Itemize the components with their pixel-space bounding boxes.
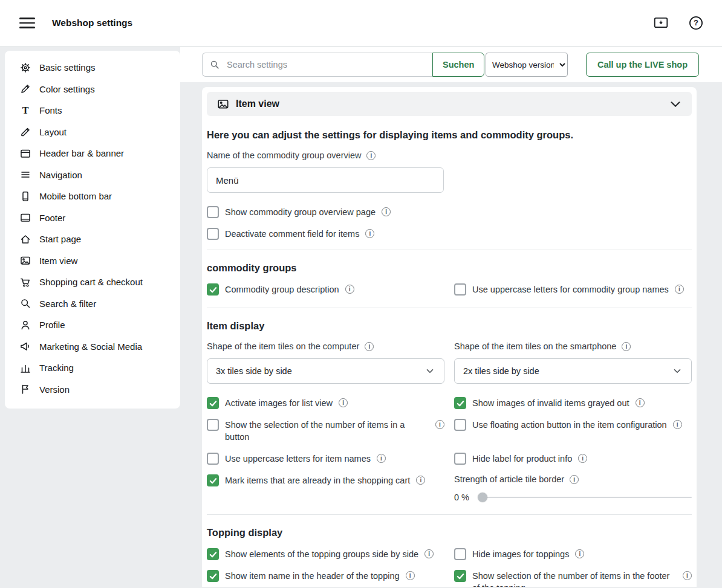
cart-icon [19, 276, 31, 288]
checkbox-row: Use uppercase letters for item names i [207, 453, 444, 465]
chevron-down-icon [668, 96, 683, 112]
checkbox[interactable] [207, 206, 219, 218]
checkbox-label: Commodity group description [225, 283, 339, 296]
sidebar-item-mobile-bottom-bar[interactable]: Mobile bottom bar [5, 186, 180, 207]
field-label: Shape of the item tiles on the computer [207, 341, 359, 351]
sidebar-item-version[interactable]: Version [5, 379, 180, 401]
help-circle-icon: ? [688, 15, 704, 31]
webshop-version-select[interactable]: Webshop version 2 [486, 53, 568, 77]
sidebar-item-label: Tracking [39, 363, 74, 373]
info-icon[interactable]: i [424, 549, 434, 558]
help-button[interactable]: ? [688, 15, 704, 31]
checkbox-label: Show selection of the number of items in… [472, 570, 677, 587]
sidebar-item-basic-settings[interactable]: Basic settings [5, 57, 180, 79]
item-display-grid: Activate images for list view i Show ima… [207, 397, 692, 512]
border-strength-slider[interactable] [478, 497, 692, 498]
tile-shape-selects: 3x tiles side by side 2x tiles side by s… [207, 358, 692, 397]
checkbox-label: Show item name in the header of the topp… [225, 570, 400, 582]
sidebar-item-navigation[interactable]: Navigation [5, 164, 180, 186]
info-icon[interactable]: i [675, 285, 684, 294]
checkbox[interactable] [454, 453, 466, 465]
sidebar-item-label: Layout [39, 127, 67, 137]
checkbox[interactable] [207, 474, 219, 486]
sidebar-item-fonts[interactable]: T Fonts [5, 100, 180, 121]
info-icon[interactable]: i [365, 229, 374, 238]
info-icon[interactable]: i [366, 151, 376, 160]
gear-icon [19, 62, 31, 74]
info-icon[interactable]: i [683, 571, 692, 580]
checkbox[interactable] [454, 397, 466, 409]
info-icon[interactable]: i [435, 420, 444, 429]
info-icon[interactable]: i [416, 476, 425, 485]
info-icon[interactable]: i [622, 342, 631, 351]
search-button[interactable]: Suchen [432, 53, 484, 77]
info-icon[interactable]: i [345, 285, 354, 294]
sidebar-item-footer[interactable]: Footer [5, 207, 180, 229]
checkbox-row: Deactivate comment field for items i [207, 228, 692, 240]
feedback-button[interactable] [653, 15, 669, 31]
svg-text:T: T [22, 105, 29, 115]
divider [207, 514, 692, 515]
top-bar: Webshop settings ? [0, 0, 722, 47]
search-input[interactable] [202, 53, 432, 77]
info-icon[interactable]: i [575, 549, 584, 558]
checkbox[interactable] [207, 419, 219, 431]
checkbox-row: Show item name in the header of the topp… [207, 570, 444, 582]
sidebar-item-label: Shopping cart & checkout [39, 277, 143, 287]
checkbox-row: Hide label for product info i [454, 453, 692, 465]
sidebar-item-start-page[interactable]: Start page [5, 228, 180, 250]
divider [207, 308, 692, 308]
checkbox[interactable] [207, 570, 219, 582]
menu-lines-icon [19, 169, 31, 181]
sidebar-item-header-bar-banner[interactable]: Header bar & banner [5, 143, 180, 164]
pen-icon [19, 83, 31, 95]
sidebar-item-profile[interactable]: Profile [5, 314, 180, 336]
collapse-button[interactable] [668, 96, 683, 112]
info-icon[interactable]: i [365, 342, 374, 351]
info-icon[interactable]: i [339, 398, 348, 407]
checkbox[interactable] [454, 283, 466, 296]
checkbox[interactable] [207, 453, 219, 465]
panel-header[interactable]: Item view [207, 92, 692, 116]
sidebar-item-label: Profile [39, 320, 65, 330]
checkbox[interactable] [207, 283, 219, 296]
checkbox[interactable] [454, 548, 466, 560]
commodity-groups-grid: Commodity group description i Use upperc… [207, 283, 692, 305]
tiles-computer-select[interactable]: 3x tiles side by side [207, 358, 444, 384]
sidebar-item-shopping-cart-checkout[interactable]: Shopping cart & checkout [5, 271, 180, 293]
settings-toolbar: Suchen Webshop version 2 Call up the LIV… [180, 47, 722, 82]
sidebar-item-item-view[interactable]: Item view [5, 250, 180, 272]
menu-button[interactable] [19, 18, 35, 28]
home-icon [19, 233, 31, 245]
checkbox-label: Hide label for product info [472, 453, 572, 465]
info-icon[interactable]: i [382, 207, 391, 216]
info-icon[interactable]: i [570, 475, 579, 484]
sidebar-item-marketing-social[interactable]: Marketing & Social Media [5, 336, 180, 358]
app-title: Webshop settings [52, 18, 132, 28]
sidebar-item-tracking[interactable]: Tracking [5, 357, 180, 379]
sidebar-item-color-settings[interactable]: Color settings [5, 79, 180, 100]
live-shop-button[interactable]: Call up the LIVE shop [586, 53, 699, 77]
commodity-overview-name-input[interactable] [207, 167, 444, 193]
checkbox[interactable] [207, 397, 219, 409]
info-icon[interactable]: i [377, 454, 386, 463]
sidebar-item-label: Footer [39, 213, 65, 223]
sidebar-item-search-filter[interactable]: Search & filter [5, 293, 180, 315]
tiles-smartphone-select[interactable]: 2x tiles side by side [454, 358, 692, 384]
checkbox[interactable] [454, 570, 466, 582]
field-label-row: Shape of the item tiles on the computer … [207, 341, 444, 351]
info-icon[interactable]: i [406, 571, 415, 580]
sidebar-item-label: Version [39, 384, 70, 395]
checkbox[interactable] [207, 548, 219, 560]
sidebar-item-layout[interactable]: Layout [5, 121, 180, 143]
checkbox-row: Use uppercase letters for commodity grou… [454, 283, 692, 296]
checkbox-row: Show selection of the number of items in… [454, 570, 692, 587]
checkbox[interactable] [454, 419, 466, 431]
checkbox[interactable] [207, 228, 219, 240]
info-icon[interactable]: i [578, 454, 587, 463]
info-icon[interactable]: i [636, 398, 645, 407]
info-icon[interactable]: i [673, 420, 682, 429]
checkbox-row: Show elements of the topping groups side… [207, 548, 444, 560]
slider-thumb[interactable] [478, 493, 487, 502]
divider [207, 250, 692, 250]
